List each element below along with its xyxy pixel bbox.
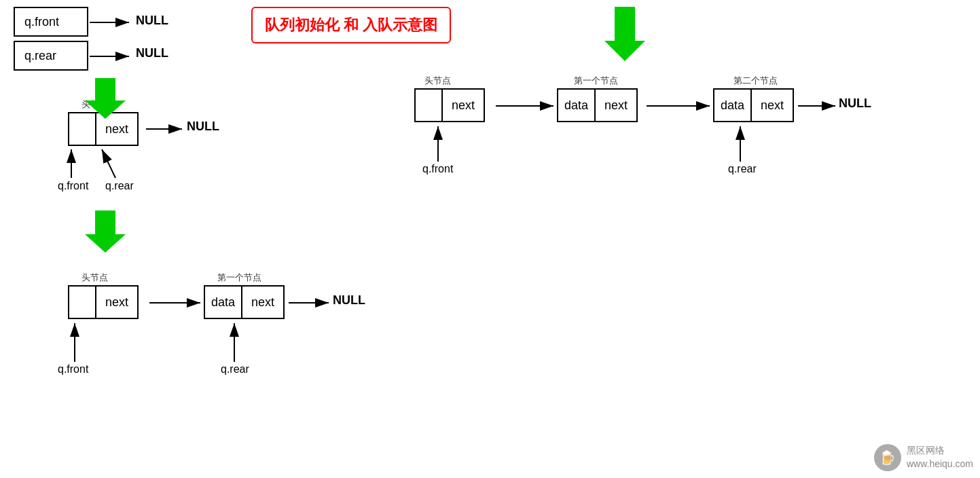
qfront-init-box: q.front (14, 7, 88, 37)
qfront-init-label: q.front (24, 15, 59, 29)
watermark-logo: 🍺 (874, 444, 901, 471)
head-next-mid: next (96, 113, 137, 145)
data-right-2: data (714, 90, 752, 121)
qrear-right-label: q.rear (728, 163, 757, 175)
watermark-site: www.heiqu.com (907, 458, 973, 471)
head-node-mid: next (68, 112, 139, 146)
watermark: 🍺 黑区网络 www.heiqu.com (874, 444, 973, 471)
qfront-mid-label: q.front (58, 180, 88, 192)
first-node-right: data next (557, 88, 638, 122)
qrear-init-box: q.rear (14, 41, 88, 71)
null-head-mid: NULL (187, 120, 219, 134)
title-box: 队列初始化 和 入队示意图 (251, 7, 451, 43)
next-bot: next (242, 287, 283, 318)
qrear-mid-label: q.rear (105, 180, 134, 192)
title-text: 队列初始化 和 入队示意图 (265, 16, 437, 33)
first-node-bot: data next (204, 285, 285, 319)
qfront-bot-label: q.front (58, 363, 88, 375)
head-left-mid (69, 113, 96, 145)
null-front-init: NULL (136, 14, 168, 28)
qrear-init-label: q.rear (24, 49, 56, 63)
head-node-right: next (414, 88, 485, 122)
null-right: NULL (839, 96, 871, 111)
head-label-bot: 头节点 (81, 272, 108, 284)
second-node-right: data next (713, 88, 794, 122)
null-rear-init: NULL (136, 46, 168, 60)
head-label-mid: 头节点 (81, 98, 108, 111)
first-node-label-right: 第一个节点 (574, 75, 618, 87)
head-next-right: next (443, 90, 484, 121)
qrear-bot-label: q.rear (221, 363, 249, 375)
first-node-label-bot: 第一个节点 (217, 272, 261, 284)
head-next-bot: next (96, 287, 137, 318)
head-left-bot (69, 287, 96, 318)
null-first-bot: NULL (333, 293, 365, 308)
next-right-2: next (752, 90, 793, 121)
svg-line-8 (102, 149, 115, 178)
watermark-text: 黑区网络 www.heiqu.com (907, 444, 973, 471)
head-node-bot: next (68, 285, 139, 319)
data-bot: data (205, 287, 242, 318)
arrows-svg (0, 0, 980, 478)
qfront-right-label: q.front (422, 163, 453, 175)
svg-marker-9 (85, 210, 126, 253)
head-left-right (416, 90, 443, 121)
diagram: q.front NULL q.rear NULL 队列初始化 和 入队示意图 头… (0, 0, 980, 478)
next-right-1: next (596, 90, 636, 121)
data-right-1: data (558, 90, 596, 121)
svg-marker-14 (604, 7, 645, 61)
head-label-right: 头节点 (424, 75, 451, 87)
second-node-label-right: 第二个节点 (733, 75, 778, 87)
watermark-brand: 黑区网络 (907, 444, 973, 458)
